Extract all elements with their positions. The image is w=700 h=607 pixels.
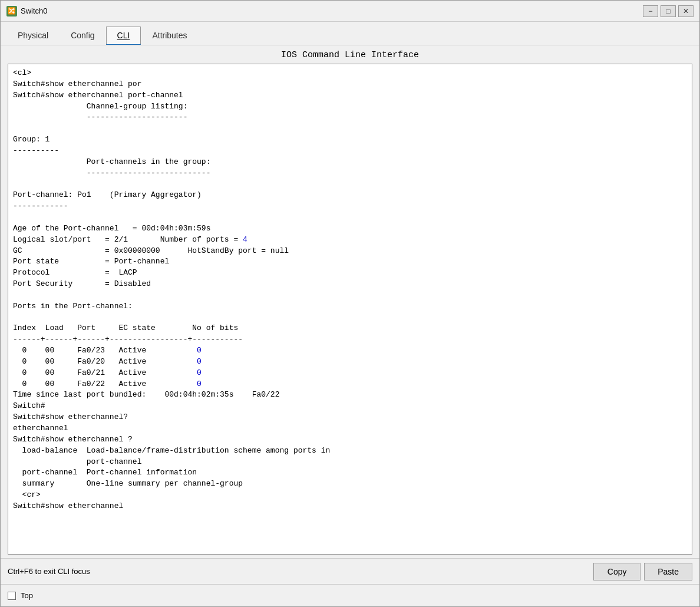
tab-cli[interactable]: CLI — [106, 27, 141, 45]
minimize-button[interactable]: − — [643, 5, 658, 17]
terminal-line: <cl> Switch#show etherchannel por Switch… — [13, 68, 687, 512]
blue-value-0a: 0 — [197, 346, 202, 355]
maximize-button[interactable]: □ — [661, 5, 676, 17]
copy-button[interactable]: Copy — [593, 563, 640, 580]
tabs-bar: Physical Config CLI Attributes — [1, 22, 699, 45]
cli-hint: Ctrl+F6 to exit CLI focus — [8, 567, 90, 576]
blue-value-0c: 0 — [197, 368, 202, 377]
title-bar: 🔀 Switch0 − □ ✕ — [1, 1, 699, 22]
main-window: 🔀 Switch0 − □ ✕ Physical Config CLI Attr… — [0, 0, 700, 607]
top-checkbox[interactable] — [8, 592, 16, 600]
tab-physical[interactable]: Physical — [6, 27, 60, 45]
blue-value-0b: 0 — [197, 357, 202, 366]
title-bar-left: 🔀 Switch0 — [6, 6, 48, 17]
cli-title: IOS Command Line Interface — [8, 50, 692, 60]
paste-button[interactable]: Paste — [644, 563, 692, 580]
app-icon: 🔀 — [6, 6, 17, 17]
blue-value-0d: 0 — [197, 380, 202, 388]
blue-value-ports: 4 — [243, 235, 247, 244]
terminal-output[interactable]: <cl> Switch#show etherchannel por Switch… — [8, 64, 692, 554]
terminal-container: <cl> Switch#show etherchannel por Switch… — [8, 64, 692, 555]
footer-bar: Top — [1, 584, 699, 606]
window-title: Switch0 — [21, 6, 48, 15]
close-button[interactable]: ✕ — [678, 5, 694, 17]
bottom-buttons: Copy Paste — [593, 563, 692, 580]
top-label: Top — [21, 591, 33, 600]
window-controls: − □ ✕ — [643, 5, 694, 17]
tab-config[interactable]: Config — [60, 27, 105, 45]
main-content: IOS Command Line Interface <cl> Switch#s… — [1, 45, 699, 558]
tab-attributes[interactable]: Attributes — [141, 27, 198, 45]
bottom-bar: Ctrl+F6 to exit CLI focus Copy Paste — [1, 558, 699, 584]
